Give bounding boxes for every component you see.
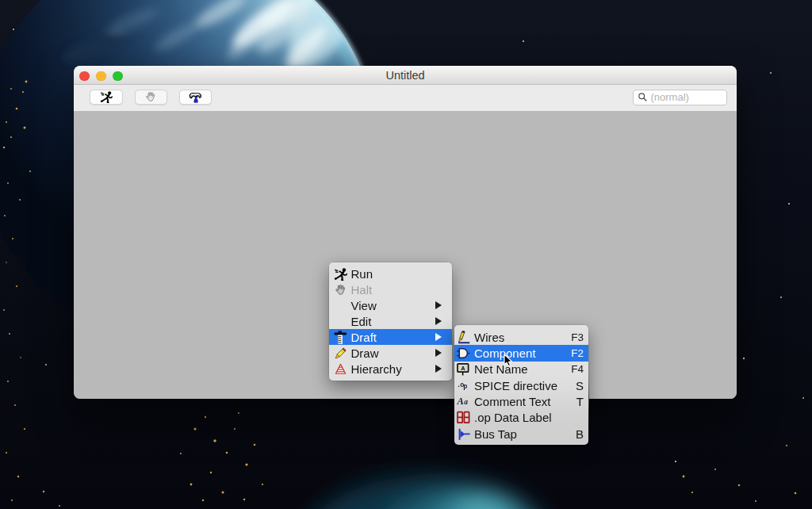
svg-text:A: A — [461, 365, 465, 372]
svg-text:a: a — [464, 398, 468, 406]
svg-text:A: A — [457, 396, 464, 407]
svg-text:p: p — [463, 383, 467, 391]
